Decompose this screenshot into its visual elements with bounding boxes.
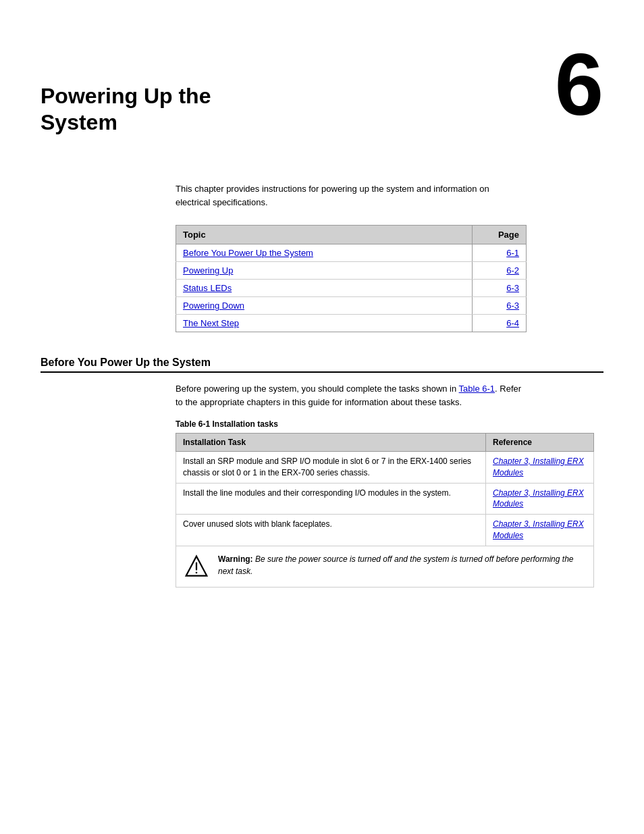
- section1-heading: Before You Power Up the System: [41, 357, 603, 373]
- install-ref[interactable]: Chapter 3, Installing ERX Modules: [486, 452, 594, 484]
- install-task: Install an SRP module and SRP I/O module…: [176, 452, 486, 484]
- toc-item-label[interactable]: Before You Power Up the System: [176, 244, 473, 262]
- warning-row: Warning: Be sure the power source is tur…: [176, 546, 594, 588]
- section1-text: Before powering up the system, you shoul…: [176, 384, 521, 407]
- install-table: Installation Task Reference Install an S…: [176, 433, 594, 546]
- warning-text: Warning: Be sure the power source is tur…: [218, 553, 587, 577]
- svg-point-2: [196, 571, 198, 573]
- install-col-task: Installation Task: [176, 434, 486, 452]
- intro-text: This chapter provides instructions for p…: [176, 182, 513, 209]
- chapter-title-block: Powering Up the System: [41, 83, 555, 135]
- toc-item-page: 6-3: [473, 297, 527, 315]
- toc-row: Powering Up6-2: [176, 262, 527, 280]
- warning-icon: [183, 553, 210, 580]
- install-task: Install the line modules and their corre…: [176, 483, 486, 515]
- toc-col-topic: Topic: [176, 226, 473, 244]
- install-task: Cover unused slots with blank faceplates…: [176, 515, 486, 546]
- install-row: Install the line modules and their corre…: [176, 483, 594, 515]
- toc-item-label[interactable]: Powering Up: [176, 262, 473, 280]
- install-row: Cover unused slots with blank faceplates…: [176, 515, 594, 546]
- toc-table: Topic Page Before You Power Up the Syste…: [176, 225, 527, 332]
- toc-item-label[interactable]: The Next Step: [176, 315, 473, 332]
- toc-row: Status LEDs6-3: [176, 280, 527, 297]
- toc-item-page: 6-3: [473, 280, 527, 297]
- install-ref[interactable]: Chapter 3, Installing ERX Modules: [486, 515, 594, 546]
- toc-item-page: 6-1: [473, 244, 527, 262]
- toc-item-page: 6-2: [473, 262, 527, 280]
- chapter-title: Powering Up the System: [41, 83, 257, 135]
- table-6-1-label: Table 6-1 Installation tasks: [176, 419, 603, 429]
- toc-row: Before You Power Up the System6-1: [176, 244, 527, 262]
- install-ref[interactable]: Chapter 3, Installing ERX Modules: [486, 483, 594, 515]
- toc-item-label[interactable]: Powering Down: [176, 297, 473, 315]
- toc-item-label[interactable]: Status LEDs: [176, 280, 473, 297]
- table-6-1-link[interactable]: Table 6-1: [459, 384, 495, 394]
- install-row: Install an SRP module and SRP I/O module…: [176, 452, 594, 484]
- toc-item-page: 6-4: [473, 315, 527, 332]
- toc-row: The Next Step6-4: [176, 315, 527, 332]
- content-area: This chapter provides instructions for p…: [0, 182, 644, 615]
- chapter-header: Powering Up the System 6: [0, 0, 644, 149]
- chapter-number: 6: [555, 41, 603, 135]
- page: Powering Up the System 6 This chapter pr…: [0, 0, 644, 834]
- section1-content: Before powering up the system, you shoul…: [176, 382, 527, 409]
- toc-row: Powering Down6-3: [176, 297, 527, 315]
- toc-col-page: Page: [473, 226, 527, 244]
- install-col-ref: Reference: [486, 434, 594, 452]
